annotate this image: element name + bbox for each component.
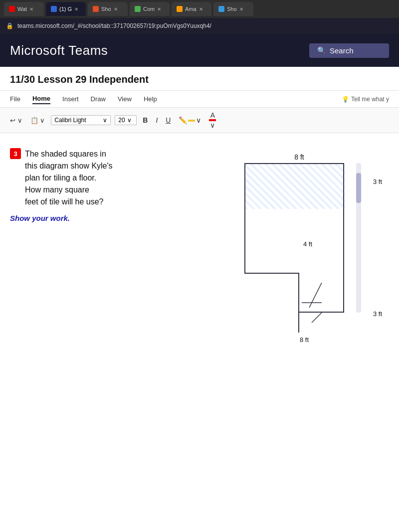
font-color-button[interactable]: A ∨ (207, 110, 218, 130)
highlight-pencil-icon: ✏️ (179, 116, 187, 124)
teams-title: Microsoft Teams (10, 43, 108, 58)
search-icon: 🔍 (317, 46, 326, 54)
question-header: 3 The shaded squares in this diagram sho… (10, 148, 190, 208)
lesson-title: 11/30 Lesson 29 Independent (10, 74, 149, 85)
size-selector[interactable]: 20 ∨ (115, 115, 137, 125)
tab-watch-close[interactable]: ✕ (29, 6, 33, 12)
lightbulb-icon: 💡 (342, 96, 349, 103)
highlight-button[interactable]: ✏️ ∨ (177, 115, 203, 125)
lesson-title-bar: 11/30 Lesson 29 Independent (0, 67, 399, 91)
tab-shop1-icon (93, 6, 99, 12)
scrollbar-thumb[interactable] (356, 173, 361, 203)
diagram-section: 8 ft (209, 148, 389, 472)
tab-amazon-close[interactable]: ✕ (199, 6, 203, 12)
clipboard-button[interactable]: 📋 ∨ (28, 116, 47, 125)
tell-me[interactable]: 💡 Tell me what y (342, 96, 389, 103)
tab-google[interactable]: (1) G ✕ (46, 2, 86, 16)
highlight-chevron: ∨ (196, 116, 201, 124)
question-line3: plan for tiling a floor. (25, 172, 113, 184)
question-line1: The shaded squares in (25, 148, 113, 160)
tab-google-close[interactable]: ✕ (74, 6, 78, 12)
lock-icon: 🔒 (6, 22, 13, 29)
question-line5: feet of tile will he use? (25, 196, 113, 208)
dim-bottom: 8 ft (300, 336, 309, 344)
tab-shop1-close[interactable]: ✕ (114, 6, 118, 12)
font-name: Calibri Light (54, 117, 86, 124)
search-bar[interactable]: 🔍 Search (309, 43, 389, 58)
font-size: 20 (118, 117, 125, 124)
tab-shop2-close[interactable]: ✕ (239, 6, 243, 12)
tab-shop2[interactable]: Sho ✕ (213, 2, 253, 16)
bold-button[interactable]: B (141, 115, 150, 125)
question-line4: How many square (25, 184, 113, 196)
teams-header: Microsoft Teams 🔍 Search (0, 34, 399, 67)
tab-google-icon (51, 6, 57, 12)
dim-inner: 4 ft (303, 240, 312, 303)
menu-help[interactable]: Help (144, 94, 157, 104)
menu-home[interactable]: Home (32, 94, 50, 104)
tab-amazon-icon (177, 6, 183, 12)
shade-top (245, 164, 345, 209)
tab-shop1[interactable]: Sho ✕ (88, 2, 128, 16)
tab-google-label: (1) G (59, 6, 72, 12)
scrollbar[interactable] (356, 163, 361, 313)
inner-cutout (244, 273, 299, 333)
menu-view[interactable]: View (118, 94, 132, 104)
font-dropdown-icon: ∨ (103, 117, 107, 124)
menu-insert[interactable]: Insert (62, 94, 79, 104)
tab-shop2-label: Sho (227, 6, 237, 12)
font-color-label: A (210, 111, 215, 119)
font-color-chevron: ∨ (210, 121, 215, 129)
font-selector[interactable]: Calibri Light ∨ (51, 115, 111, 125)
tab-watch[interactable]: Wat ✕ (4, 2, 44, 16)
show-work: Show your work. (10, 214, 190, 222)
tab-amazon[interactable]: Ama ✕ (172, 2, 211, 16)
dim-top: 8 ft (294, 153, 304, 161)
menu-draw[interactable]: Draw (91, 94, 106, 104)
address-bar: 🔒 teams.microsoft.com/_#/school/tab::371… (0, 18, 399, 34)
tab-shop2-icon (218, 6, 224, 12)
italic-button[interactable]: I (154, 115, 160, 125)
search-label: Search (330, 46, 354, 55)
question-section: 3 The shaded squares in this diagram sho… (10, 148, 190, 472)
tab-amazon-label: Ama (185, 6, 197, 12)
tab-com[interactable]: Com ✕ (130, 2, 170, 16)
tab-com-close[interactable]: ✕ (157, 6, 161, 12)
address-text[interactable]: teams.microsoft.com/_#/school/tab::37170… (17, 22, 393, 29)
menu-file[interactable]: File (10, 94, 20, 104)
highlight-color-bar (188, 120, 195, 122)
svg-line-1 (312, 313, 322, 323)
toolbar: ↩︎ ∨ 📋 ∨ Calibri Light ∨ 20 ∨ B I U ✏️ ∨… (0, 108, 399, 133)
tab-com-icon (135, 6, 141, 12)
undo-button[interactable]: ↩︎ ∨ (8, 116, 24, 125)
tell-me-text: Tell me what y (351, 96, 389, 103)
menu-bar: File Home Insert Draw View Help 💡 Tell m… (0, 91, 399, 108)
browser-tab-bar: Wat ✕ (1) G ✕ Sho ✕ Com ✕ Ama ✕ Sho ✕ (0, 0, 399, 18)
diagram-wrapper: 8 ft (244, 163, 354, 333)
tab-watch-icon (9, 6, 15, 12)
question-line2: this diagram show Kyle's (25, 160, 113, 172)
content-area: 3 The shaded squares in this diagram sho… (0, 133, 399, 482)
question-text: The shaded squares in this diagram show … (25, 148, 113, 208)
floor-diagram: 3 ft 4 ft 3 ft 8 ft (244, 163, 364, 333)
question-number: 3 (10, 148, 21, 159)
dim-right-bottom: 3 ft (373, 310, 382, 318)
size-dropdown-icon: ∨ (127, 117, 132, 124)
tab-shop1-label: Sho (101, 6, 111, 12)
tab-com-label: Com (143, 6, 155, 12)
tab-watch-label: Wat (17, 6, 27, 12)
underline-button[interactable]: U (164, 115, 173, 125)
dim-right-top: 3 ft (373, 178, 382, 185)
